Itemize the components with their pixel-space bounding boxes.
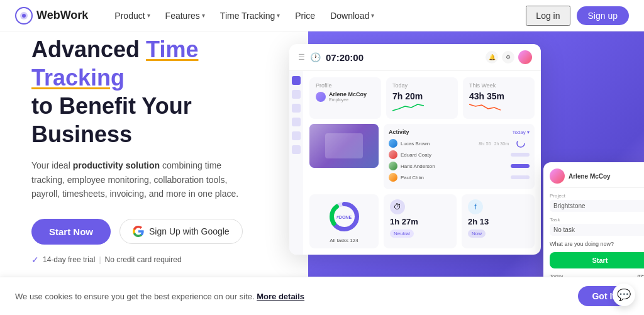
today-hours: 7h 20m bbox=[392, 91, 452, 101]
task-stat-value-1: 1h 27m bbox=[390, 217, 450, 226]
nav-product[interactable]: Product ▾ bbox=[108, 8, 156, 23]
float-field-2-label: Task bbox=[550, 217, 644, 223]
sidebar-icon-2 bbox=[292, 90, 301, 99]
profile-role: Employee bbox=[329, 97, 367, 102]
sidebar-icon-4 bbox=[292, 118, 301, 126]
cookie-more-link[interactable]: More details bbox=[257, 292, 304, 301]
chevron-down-icon: ▾ bbox=[147, 12, 150, 19]
clock-icon: 🕐 bbox=[310, 52, 321, 62]
nav-timetracking[interactable]: Time Tracking ▾ bbox=[214, 8, 286, 23]
dash-content: Profile Arlene McCoy Employee bbox=[303, 71, 541, 255]
start-now-button[interactable]: Start Now bbox=[31, 219, 111, 245]
float-start-button[interactable]: Start bbox=[550, 252, 644, 268]
logo-text: WebWork bbox=[36, 9, 88, 22]
float-question: What are you doing now? bbox=[550, 241, 644, 247]
tasks-count-label: All tasks 124 bbox=[330, 238, 358, 243]
logo[interactable]: WebWork bbox=[15, 7, 88, 25]
navbar: WebWork Product ▾ Features ▾ Time Tracki… bbox=[0, 0, 644, 31]
week-stat-card: This Week 43h 35m bbox=[463, 77, 535, 119]
task-status-1: Neutral bbox=[390, 229, 414, 238]
dash-middle-row: Activity Today ▾ Lucas Brown 8h: 55 2h 3… bbox=[309, 124, 535, 189]
activity-title: Activity bbox=[389, 129, 409, 135]
sidebar-icon-6 bbox=[292, 145, 301, 154]
hero-heading: Advanced Time Tracking to Benefit Your B… bbox=[31, 35, 283, 148]
user-avatar bbox=[518, 50, 532, 64]
week-label: This Week bbox=[469, 82, 528, 89]
dash-topbar-icons: 🔔 ⚙ bbox=[486, 50, 532, 64]
hero-section: Advanced Time Tracking to Benefit Your B… bbox=[0, 31, 644, 315]
hero-subtext: Your ideal productivity solution combini… bbox=[31, 158, 245, 201]
chat-fab-button[interactable]: 💬 bbox=[613, 284, 635, 306]
activity-avatar-1 bbox=[389, 139, 397, 148]
float-field-1-label: Project bbox=[550, 193, 644, 199]
heading-highlight: Time Tracking bbox=[31, 36, 198, 91]
float-field-1-value: Brightstone bbox=[550, 200, 644, 212]
nav-auth: Log in Sign up bbox=[526, 6, 629, 26]
nav-product-label: Product bbox=[114, 11, 145, 21]
free-trial-info: ✓ 14-day free trial | No credit card req… bbox=[31, 255, 283, 265]
activity-row-4: Paul Chim bbox=[389, 173, 530, 182]
today-label: Today bbox=[392, 82, 452, 89]
chevron-down-icon: ▾ bbox=[371, 12, 374, 19]
nav-timetracking-label: Time Tracking bbox=[220, 11, 275, 21]
activity-bar-3 bbox=[511, 164, 530, 168]
hamburger-icon: ☰ bbox=[298, 53, 305, 62]
nav-features[interactable]: Features ▾ bbox=[159, 8, 211, 23]
signup-button[interactable]: Sign up bbox=[577, 6, 629, 25]
chat-icon: 💬 bbox=[617, 288, 631, 302]
dash-topbar: ☰ 🕐 07:20:00 🔔 ⚙ bbox=[289, 44, 541, 71]
float-field-2-value: No task bbox=[550, 224, 644, 236]
cookie-text: We use cookies to ensure you get the bes… bbox=[15, 292, 304, 301]
float-name: Arlene McCoy bbox=[569, 173, 611, 180]
google-btn-label: Sign Up with Google bbox=[149, 226, 230, 236]
dashboard-mockup: ☰ 🕐 07:20:00 🔔 ⚙ bbox=[289, 44, 541, 255]
activity-row-1: Lucas Brown 8h: 55 2h 30m bbox=[389, 139, 530, 148]
bell-icon: 🔔 bbox=[486, 51, 498, 64]
dash-body: Profile Arlene McCoy Employee bbox=[289, 71, 541, 255]
dash-stats: Profile Arlene McCoy Employee bbox=[309, 77, 535, 119]
task-stat-value-2: 2h 13 bbox=[468, 217, 528, 226]
nav-price[interactable]: Price bbox=[289, 8, 321, 23]
activity-name-1: Lucas Brown bbox=[401, 141, 475, 146]
dash-time: 07:20:00 bbox=[326, 52, 480, 63]
no-cc-label: No credit card required bbox=[105, 255, 182, 264]
week-trend bbox=[469, 101, 528, 114]
settings-icon: ⚙ bbox=[502, 51, 514, 64]
login-button[interactable]: Log in bbox=[526, 6, 570, 26]
hero-buttons: Start Now Sign Up with Google bbox=[31, 219, 283, 245]
activity-avatar-4 bbox=[389, 173, 397, 182]
svg-point-3 bbox=[517, 140, 525, 147]
hero-left: Advanced Time Tracking to Benefit Your B… bbox=[0, 31, 308, 315]
task-stat-2: f 2h 13 Now bbox=[462, 194, 535, 248]
hero-right: ☰ 🕐 07:20:00 🔔 ⚙ bbox=[308, 31, 644, 315]
task-stat-1: ⏱ 1h 27m Neutral bbox=[384, 194, 457, 248]
nav-download[interactable]: Download ▾ bbox=[324, 8, 380, 23]
tasks-donut: #DONE bbox=[327, 199, 362, 234]
activity-row-3: Haris Anderson bbox=[389, 162, 530, 170]
activity-row-2: Eduard Coaty bbox=[389, 150, 530, 159]
today-trend bbox=[392, 101, 452, 114]
google-icon bbox=[133, 226, 144, 237]
chevron-down-icon: ▾ bbox=[202, 12, 205, 19]
google-signup-button[interactable]: Sign Up with Google bbox=[119, 219, 243, 244]
profile-avatar bbox=[316, 92, 326, 102]
screenshot-card bbox=[309, 124, 379, 168]
week-hours: 43h 35m bbox=[469, 91, 528, 101]
sidebar-icon-3 bbox=[292, 104, 301, 113]
sidebar-icon-5 bbox=[292, 131, 301, 140]
activity-avatar-2 bbox=[389, 150, 397, 159]
sidebar-icon-1 bbox=[292, 76, 301, 85]
trend-chart bbox=[392, 101, 424, 114]
week-trend-chart bbox=[469, 101, 501, 114]
stat-profile: Arlene McCoy Employee bbox=[316, 91, 375, 102]
tasks-done-label: #DONE bbox=[336, 214, 352, 219]
dash-tasks-row: #DONE All tasks 124 ⏱ 1h 27m bbox=[309, 194, 535, 248]
tasks-donut-card: #DONE All tasks 124 bbox=[309, 194, 379, 248]
nav-features-label: Features bbox=[165, 11, 200, 21]
float-avatar bbox=[550, 169, 565, 184]
nav-download-label: Download bbox=[330, 11, 369, 21]
tasks-right-cards: ⏱ 1h 27m Neutral f 2h 13 Now bbox=[384, 194, 535, 248]
activity-name-4: Paul Chim bbox=[401, 175, 508, 180]
nav-price-label: Price bbox=[295, 11, 315, 21]
free-trial-label: 14-day free trial bbox=[43, 255, 95, 264]
